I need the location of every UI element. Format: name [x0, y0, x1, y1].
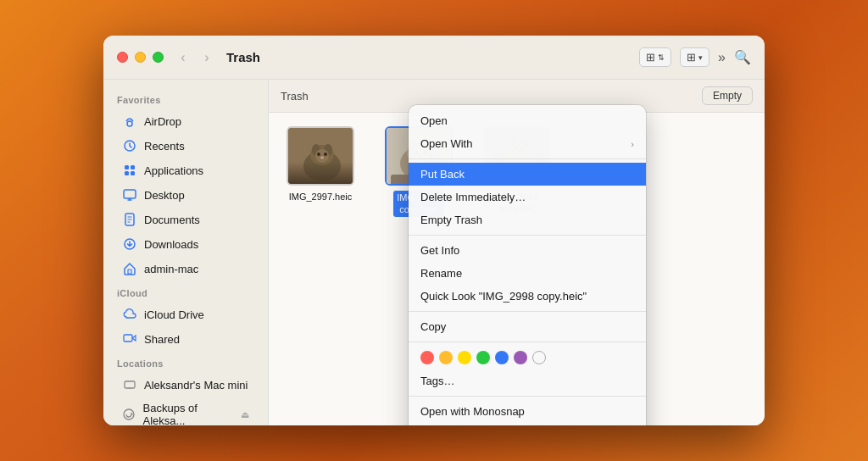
svg-point-19 [315, 149, 329, 163]
sidebar-item-applications[interactable]: Applications [108, 158, 263, 182]
backup-icon [122, 407, 136, 422]
finder-window: ‹ › Trash ⊞ ⇅ ⊞ ▾ » 🔍 Favorites [103, 36, 765, 425]
home-label: admin-mac [144, 263, 198, 275]
cm-monosnap-open[interactable]: Open with Monosnap [409, 400, 646, 423]
svg-rect-10 [124, 335, 132, 342]
svg-point-22 [320, 157, 324, 159]
tag-purple[interactable] [514, 351, 527, 364]
backups-label: Backups of Aleksa... [143, 402, 234, 425]
sidebar-item-icloud-drive[interactable]: iCloud Drive [108, 303, 263, 326]
shared-label: Shared [144, 333, 180, 346]
desktop-label: Desktop [144, 189, 185, 202]
icloud-icon [122, 307, 137, 322]
tag-yellow[interactable] [458, 351, 471, 364]
svg-rect-2 [125, 171, 129, 175]
svg-point-12 [129, 387, 131, 389]
cm-rename[interactable]: Rename [409, 262, 646, 285]
cm-open-label: Open [420, 114, 448, 127]
desktop-icon [122, 187, 137, 203]
chevron-up-down-icon: ⇅ [658, 53, 665, 62]
shared-icon [122, 331, 137, 347]
icloud-drive-label: iCloud Drive [144, 308, 204, 321]
sidebar-item-home[interactable]: admin-mac [108, 257, 263, 280]
cm-sep-4 [409, 342, 646, 342]
search-button[interactable]: 🔍 [734, 49, 751, 65]
sidebar-item-backups[interactable]: Backups of Aleksa... ⏏ [108, 397, 263, 425]
cm-copy[interactable]: Copy [409, 315, 646, 338]
cm-open-with[interactable]: Open With › [409, 132, 646, 155]
tag-orange[interactable] [439, 351, 453, 364]
cm-sep-2 [409, 235, 646, 236]
cm-open-with-label: Open With [420, 137, 472, 150]
svg-rect-5 [131, 165, 135, 169]
recents-icon [122, 138, 137, 153]
cm-rename-label: Rename [420, 267, 462, 280]
file-image-1 [288, 128, 353, 184]
cm-quick-look[interactable]: Quick Look "IMG_2998 copy.heic" [409, 285, 646, 308]
icloud-label: iCloud [103, 281, 268, 302]
sidebar-item-documents[interactable]: Documents [108, 208, 263, 231]
svg-rect-11 [125, 381, 135, 388]
sidebar: Favorites AirDrop Recents [103, 80, 269, 425]
main-content: Favorites AirDrop Recents [103, 80, 765, 425]
downloads-label: Downloads [144, 238, 198, 251]
file-area: Trash Empty [269, 80, 765, 425]
svg-point-21 [324, 153, 327, 156]
cm-put-back-label: Put Back [420, 168, 465, 181]
cm-set-desktop[interactable]: Set Desktop Picture [409, 423, 646, 425]
tag-green[interactable] [476, 351, 490, 364]
sidebar-item-recents[interactable]: Recents [108, 134, 263, 158]
sidebar-item-mac-mini[interactable]: Aleksandr's Mac mini [108, 373, 263, 397]
applications-label: Applications [144, 164, 203, 177]
cm-tags-label[interactable]: Tags… [409, 369, 646, 392]
file-name-1: IMG_2997.heic [289, 191, 353, 203]
back-button[interactable]: ‹ [174, 48, 192, 67]
sidebar-item-downloads[interactable]: Downloads [108, 232, 263, 256]
grid-icon: ⊞ [646, 51, 655, 64]
recents-label: Recents [144, 140, 185, 153]
close-button[interactable] [117, 52, 128, 63]
window-title: Trash [226, 50, 260, 64]
cm-sep-5 [409, 396, 646, 397]
more-button[interactable]: » [718, 50, 726, 65]
svg-rect-6 [124, 190, 136, 198]
sidebar-item-desktop[interactable]: Desktop [108, 183, 263, 207]
fullscreen-button[interactable] [153, 52, 164, 63]
airdrop-label: AirDrop [144, 115, 181, 128]
empty-button[interactable]: Empty [702, 86, 753, 105]
documents-icon [122, 212, 137, 227]
cm-put-back[interactable]: Put Back [409, 163, 646, 186]
minimize-button[interactable] [135, 52, 146, 63]
cm-empty-trash[interactable]: Empty Trash [409, 208, 646, 231]
cm-open[interactable]: Open [409, 109, 646, 132]
file-thumb-1 [287, 126, 354, 186]
cm-tags-text: Tags… [420, 375, 454, 387]
svg-rect-3 [131, 171, 135, 175]
home-icon [122, 261, 137, 276]
sidebar-item-airdrop[interactable]: AirDrop [108, 109, 263, 133]
eject-icon[interactable]: ⏏ [241, 409, 249, 420]
chevron-right-icon: › [631, 139, 634, 149]
forward-button[interactable]: › [198, 48, 216, 67]
view-list-button[interactable]: ⊞ ▾ [680, 47, 709, 67]
file-item-1[interactable]: IMG_2997.heic [282, 126, 359, 217]
cm-monosnap-open-label: Open with Monosnap [420, 405, 525, 418]
cm-delete-immediately[interactable]: Delete Immediately… [409, 186, 646, 208]
nav-buttons: ‹ › [174, 48, 216, 67]
titlebar: ‹ › Trash ⊞ ⇅ ⊞ ▾ » 🔍 [103, 36, 765, 80]
airdrop-icon [122, 114, 137, 129]
svg-rect-4 [125, 165, 129, 169]
cm-delete-immediately-label: Delete Immediately… [420, 191, 526, 203]
context-menu: Open Open With › Put Back Delete Immedia… [409, 105, 646, 425]
toolbar-controls: ⊞ ⇅ ⊞ ▾ » 🔍 [639, 47, 751, 67]
tag-none[interactable] [532, 351, 546, 364]
svg-point-20 [317, 153, 320, 156]
list-icon: ⊞ [687, 51, 696, 64]
tag-blue[interactable] [495, 351, 509, 364]
cm-get-info[interactable]: Get Info [409, 239, 646, 262]
sidebar-item-shared[interactable]: Shared [108, 327, 263, 351]
chevron-down-icon: ▾ [698, 53, 703, 62]
tag-red[interactable] [420, 351, 434, 364]
view-icon-button[interactable]: ⊞ ⇅ [639, 47, 671, 67]
downloads-icon [122, 236, 137, 252]
